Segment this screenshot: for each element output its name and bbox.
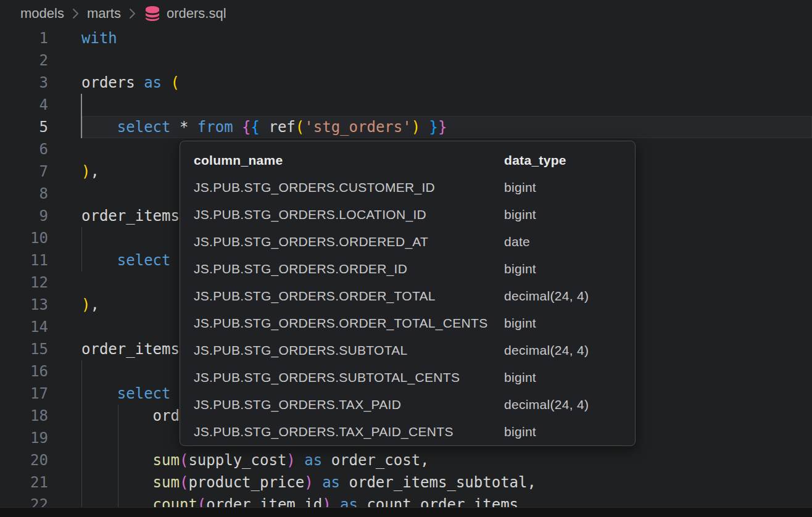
popup-data-type: bigint — [504, 180, 635, 195]
popup-data-type: bigint — [504, 370, 635, 385]
popup-column-row: JS.PUB.STG_ORDERS.ORDERED_ATdate — [180, 228, 635, 255]
popup-column-name: JS.PUB.STG_ORDERS.ORDER_TOTAL — [180, 289, 504, 304]
popup-column-row: JS.PUB.STG_ORDERS.ORDER_TOTAL_CENTSbigin… — [180, 310, 635, 337]
popup-column-row: JS.PUB.STG_ORDERS.SUBTOTAL_CENTSbigint — [180, 364, 635, 391]
line-number[interactable]: 7 — [0, 160, 49, 183]
line-number[interactable]: 1 — [0, 27, 49, 49]
line-number[interactable]: 9 — [0, 205, 49, 227]
popup-column-name: JS.PUB.STG_ORDERS.ORDER_ID — [180, 262, 504, 276]
popup-data-type: decimal(24, 4) — [504, 397, 635, 412]
code-text: select — [81, 383, 171, 405]
popup-data-type: decimal(24, 4) — [504, 289, 635, 304]
chevron-right-icon — [128, 7, 136, 20]
code-text: ), — [81, 160, 99, 183]
code-line[interactable]: 1with — [0, 27, 812, 49]
line-number[interactable]: 11 — [0, 249, 49, 271]
code-line[interactable]: 22 count(order_item_id) as count_order_i… — [0, 494, 812, 507]
column-info-popup: column_name data_type JS.PUB.STG_ORDERS.… — [180, 141, 636, 446]
popup-column-row: JS.PUB.STG_ORDERS.ORDER_TOTALdecimal(24,… — [180, 283, 635, 310]
code-text: select — [81, 249, 171, 271]
popup-column-row: JS.PUB.STG_ORDERS.CUSTOMER_IDbigint — [180, 174, 635, 201]
popup-data-type: decimal(24, 4) — [504, 343, 635, 358]
breadcrumb: models marts orders.sql — [0, 0, 812, 27]
popup-column-name: JS.PUB.STG_ORDERS.LOCATION_ID — [180, 207, 504, 222]
popup-column-row: JS.PUB.STG_ORDERS.TAX_PAIDdecimal(24, 4) — [180, 391, 635, 418]
code-text: sum(supply_cost) as order_cost, — [81, 449, 429, 471]
line-number[interactable]: 20 — [0, 449, 49, 471]
line-number[interactable]: 19 — [0, 427, 49, 449]
popup-column-name: JS.PUB.STG_ORDERS.TAX_PAID — [180, 397, 504, 412]
popup-column-row: JS.PUB.STG_ORDERS.TAX_PAID_CENTSbigint — [180, 418, 635, 445]
code-text: order_items — [81, 338, 180, 360]
bottom-panel-edge — [0, 507, 812, 517]
code-text: select * from {{ ref('stg_orders') }} — [81, 116, 447, 138]
popup-header-data-type: data_type — [504, 153, 635, 168]
code-text: orders as ( — [81, 72, 180, 94]
popup-column-name: JS.PUB.STG_ORDERS.ORDER_TOTAL_CENTS — [180, 316, 504, 331]
popup-column-name: JS.PUB.STG_ORDERS.SUBTOTAL_CENTS — [180, 370, 504, 385]
code-text: ), — [81, 294, 99, 316]
line-number[interactable]: 13 — [0, 294, 49, 316]
line-number[interactable]: 5 — [0, 116, 49, 138]
line-number[interactable]: 16 — [0, 360, 49, 383]
popup-header-row: column_name data_type — [180, 147, 635, 174]
code-text: order_items — [81, 205, 180, 227]
popup-column-name: JS.PUB.STG_ORDERS.ORDERED_AT — [180, 234, 504, 249]
code-line[interactable]: 3orders as ( — [0, 72, 812, 94]
popup-column-row: JS.PUB.STG_ORDERS.LOCATION_IDbigint — [180, 201, 635, 228]
popup-column-row: JS.PUB.STG_ORDERS.ORDER_IDbigint — [180, 255, 635, 283]
line-number[interactable]: 15 — [0, 338, 49, 360]
code-line[interactable]: 2 — [0, 49, 812, 72]
popup-data-type: bigint — [504, 207, 635, 222]
line-number[interactable]: 18 — [0, 405, 49, 427]
popup-data-type: bigint — [504, 316, 635, 331]
popup-data-type: bigint — [504, 262, 635, 276]
line-number[interactable]: 14 — [0, 316, 49, 338]
line-number[interactable]: 4 — [0, 94, 49, 116]
popup-column-name: JS.PUB.STG_ORDERS.CUSTOMER_ID — [180, 180, 504, 195]
breadcrumb-file-label: orders.sql — [167, 6, 226, 22]
code-line[interactable]: 5 select * from {{ ref('stg_orders') }} — [0, 116, 812, 138]
code-line[interactable]: 20 sum(supply_cost) as order_cost, — [0, 449, 812, 471]
code-line[interactable]: 4 — [0, 94, 812, 116]
database-icon — [144, 6, 161, 22]
code-text: ord — [81, 405, 180, 427]
popup-header-column-name: column_name — [180, 153, 504, 168]
popup-data-type: bigint — [504, 424, 635, 439]
popup-column-row: JS.PUB.STG_ORDERS.SUBTOTALdecimal(24, 4) — [180, 337, 635, 364]
line-number[interactable]: 17 — [0, 383, 49, 405]
line-number[interactable]: 12 — [0, 271, 49, 294]
breadcrumb-item-marts[interactable]: marts — [87, 6, 121, 22]
code-text: with — [81, 27, 117, 49]
popup-column-name: JS.PUB.STG_ORDERS.SUBTOTAL — [180, 343, 504, 358]
line-number[interactable]: 2 — [0, 49, 49, 72]
chevron-right-icon — [72, 7, 80, 20]
code-text: sum(product_price) as order_items_subtot… — [81, 471, 536, 494]
line-number[interactable]: 3 — [0, 72, 49, 94]
code-text: count(order_item_id) as count_order_item… — [81, 494, 518, 507]
line-number[interactable]: 21 — [0, 471, 49, 494]
breadcrumb-item-file[interactable]: orders.sql — [144, 6, 226, 22]
popup-data-type: date — [504, 234, 635, 249]
breadcrumb-item-models[interactable]: models — [20, 6, 64, 22]
line-number[interactable]: 10 — [0, 227, 49, 249]
popup-column-name: JS.PUB.STG_ORDERS.TAX_PAID_CENTS — [180, 424, 504, 439]
line-number[interactable]: 8 — [0, 183, 49, 205]
line-number[interactable]: 6 — [0, 138, 49, 160]
line-number[interactable]: 22 — [0, 494, 49, 507]
code-line[interactable]: 21 sum(product_price) as order_items_sub… — [0, 471, 812, 494]
